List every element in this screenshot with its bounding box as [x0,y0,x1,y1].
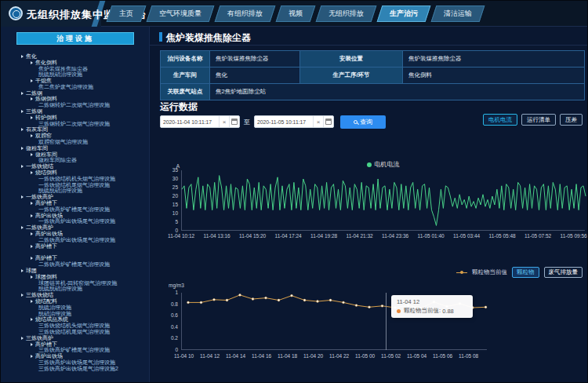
date-to-calendar-icon[interactable] [323,115,333,128]
nav-item-label: 空气环境质量 [159,9,201,19]
date-from-calendar-icon[interactable] [229,115,239,128]
tree-item[interactable]: 微粉车间除尘器 [1,158,149,164]
tree-item[interactable]: 二炼钢转炉二次烟气治理设施 [1,102,149,108]
nav-item-3[interactable]: 有组织排放 [215,5,276,22]
tree-item[interactable]: 高炉槽下 [1,243,149,250]
y-tick-label: 0.2 [171,335,178,341]
y-tick-label: 0.8 [171,301,178,307]
exhaust-volume-button[interactable]: 废气排放量 [544,267,583,278]
tooltip-title: 11-04 12 [397,298,467,305]
x-tick-label: 11-04 23:36 [382,233,408,239]
x-tick-label: 11-04 14 [226,353,245,359]
expand-arrow-icon [31,79,33,82]
query-button[interactable]: 查询 [340,115,386,129]
expand-arrow-icon [21,92,24,95]
tree-item[interactable]: 烧结配料 [1,298,149,305]
tree-item-label: 焦二焦炉废气治理设施 [38,83,93,91]
nav-item-label: 生产治污 [390,9,418,19]
expand-arrow-icon [31,355,33,358]
nav-item-5[interactable]: 无组织排放 [316,5,377,22]
expand-arrow-icon [31,318,33,321]
tree-spacer [1,250,149,256]
tree-item[interactable]: 一炼铁高炉矿槽尾气治理设施 [1,206,149,213]
page-title: 焦炉装煤推焦除尘器 [166,31,251,45]
tree-item[interactable]: 脱硫治理设施 [1,305,149,311]
title-accent-bar [159,32,162,42]
nav-item-2[interactable]: 空气环境质量 [147,5,215,22]
tree-item[interactable]: 一炼铁高炉出铁场尾气治理设施 [1,219,149,225]
expand-arrow-icon [31,232,33,235]
facility-section-button[interactable]: 治理设施 [16,32,134,45]
tree-item[interactable]: 二炼铁高炉矿槽尾气治理设施 [1,261,149,268]
date-from-value[interactable]: 2020-11-04 10:11:17 [161,119,219,125]
nav-item-1[interactable]: 主页 [107,5,147,22]
nav-item-7[interactable]: 清洁运输 [431,5,485,22]
tree-item[interactable]: 三炼铁高炉 [1,335,149,341]
tree-item[interactable]: 三炼铁烧结机尾烟气治理设施 [1,329,149,335]
expand-arrow-icon [31,202,33,205]
mode-button-run-list[interactable]: 运行清单 [521,114,556,126]
tree-item[interactable]: 焦二焦炉废气治理设施 [1,84,149,90]
chart2-y-unit: mg/m3 [169,283,184,288]
tree-item[interactable]: 三炼钢 [1,108,149,115]
date-to-value[interactable]: 2020-11-05 10:11:17 [255,119,313,125]
date-from-clear-icon[interactable]: × [219,115,229,128]
chart2-legend-label[interactable]: 颗粒物当前值 [472,268,507,276]
expand-arrow-icon [31,153,33,156]
expand-arrow-icon [31,116,33,119]
legend-dot-icon [367,162,372,167]
nav-item-label: 视频 [289,9,303,19]
tree-item[interactable]: 脱硫脱硝治理设施 [1,71,149,78]
x-tick-label: 11-05 08 [459,353,478,359]
tree-item[interactable]: 脱硝治理设施 [1,311,149,317]
tree-item[interactable]: 二炼铁高炉出铁场尾气治理设施 [1,237,149,243]
calendar-icon [231,119,238,125]
mode-button-pressure-diff[interactable]: 压差 [560,114,583,126]
chart1-legend-label[interactable]: 电机电流 [375,161,400,168]
expand-arrow-icon [21,147,24,150]
tree-item[interactable]: 三炼铁烧结 [1,292,149,298]
expand-arrow-icon [21,128,24,131]
tree-item[interactable]: 脱硫脱硝治理设施 [1,188,149,195]
x-tick-label: 11-05 05:48 [489,233,516,239]
nav-item-label: 主页 [119,9,133,19]
tree-item[interactable]: 三炼钢转炉二次烟气治理设施 [1,121,149,127]
app-window: 无组织排放集中监控平台 主页空气环境质量有组织排放视频无组织排放生产治污清洁运输… [0,0,588,383]
tree-item[interactable]: 一炼铁烧结 [1,163,149,170]
x-tick-label: 11-04 13:16 [204,233,230,239]
calendar-icon [325,119,332,125]
date-from-input[interactable]: 2020-11-04 10:11:17 × [160,115,240,128]
tree-item[interactable]: 二炼钢 [1,90,149,97]
x-tick-label: 11-04 15:20 [239,233,266,239]
mode-button-motor-current[interactable]: 电机电流 [483,114,517,126]
tree-item[interactable]: 二炼铁高炉 [1,224,149,231]
table-value-cell: 焦炉装煤推焦除尘器 [403,51,584,67]
nav-item-6[interactable]: 生产治污 [377,5,431,22]
table-value-cell: 焦炉装煤推焦除尘器 [210,51,299,67]
tree-item[interactable]: 微粉车间 [1,145,149,151]
particulate-button[interactable]: 颗粒物 [512,267,539,278]
x-tick-label: 11-04 16 [252,353,271,359]
tree-item[interactable]: 三炼铁高炉出铁场尾气治理设施2 [1,366,149,372]
chart2-x-axis: 11-04 1011-04 1211-04 1411-04 1611-04 18… [181,353,495,361]
x-tick-label: 11-04 10:12 [168,233,194,239]
nav-item-label: 清洁运输 [444,9,472,19]
y-tick-label: 0 [175,347,178,352]
tree-item-label: 二炼铁高炉矿槽尾气治理设施 [38,261,110,268]
date-to-clear-icon[interactable]: × [313,115,323,128]
tree-item[interactable]: 石灰车间 [1,127,149,133]
expand-arrow-icon [31,245,33,248]
tree-item[interactable]: 三炼铁高炉矿槽尾气治理设施 [1,347,149,353]
tree-item-label: 三炼钢转炉二次烟气治理设施 [38,120,110,128]
x-tick-label: 11-05 04 [407,353,426,359]
tree-item[interactable]: 焦化 [1,53,149,60]
tree-item[interactable]: 一炼铁高炉 [1,194,149,200]
nav-item-label: 无组织排放 [328,9,364,19]
motor-current-chart [182,170,586,231]
tree-item[interactable]: 球团 [1,268,149,274]
tree-item[interactable]: 脱硫脱硝治理设施 [1,286,149,292]
nav-item-4[interactable]: 视频 [276,5,316,22]
date-to-input[interactable]: 2020-11-05 10:11:17 × [254,115,334,128]
tree-item[interactable]: 双膛窑烟气治理设施 [1,139,149,145]
expand-arrow-icon [31,61,33,64]
